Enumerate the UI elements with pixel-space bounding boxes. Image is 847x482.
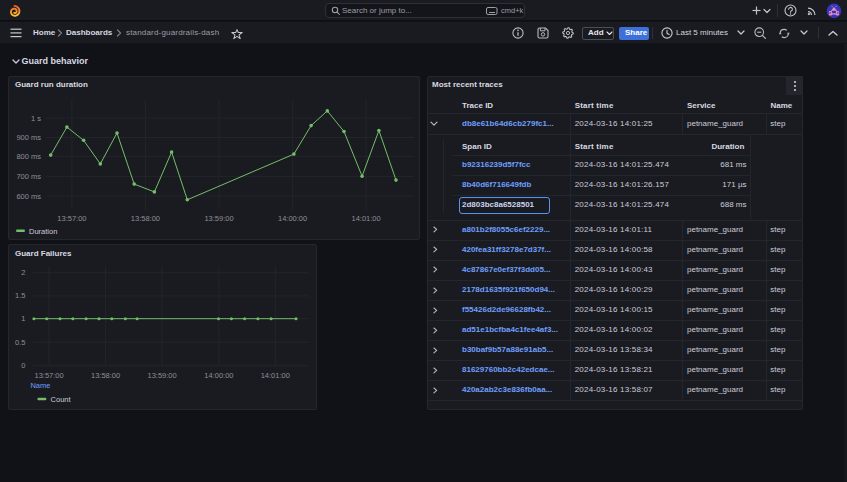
svg-text:13:59:00: 13:59:00	[204, 214, 233, 223]
svg-text:0.5: 0.5	[15, 338, 25, 347]
svg-text:1: 1	[21, 314, 25, 323]
svg-text:1.5: 1.5	[15, 291, 25, 300]
svg-text:1 s: 1 s	[31, 114, 41, 123]
svg-text:13:58:00: 13:58:00	[131, 214, 160, 223]
svg-text:13:58:00: 13:58:00	[91, 371, 120, 380]
svg-text:Name: Name	[30, 381, 50, 390]
svg-text:600 ms: 600 ms	[16, 192, 41, 201]
svg-text:14:00:00: 14:00:00	[278, 214, 307, 223]
svg-text:800 ms: 800 ms	[16, 152, 41, 161]
svg-text:700 ms: 700 ms	[16, 172, 41, 181]
svg-text:13:59:00: 13:59:00	[147, 371, 176, 380]
svg-text:14:00:00: 14:00:00	[204, 371, 233, 380]
svg-text:900 ms: 900 ms	[16, 133, 41, 142]
svg-text:14:01:00: 14:01:00	[351, 214, 380, 223]
svg-text:2: 2	[21, 268, 25, 277]
svg-text:14:01:00: 14:01:00	[261, 371, 290, 380]
svg-text:Duration: Duration	[29, 227, 57, 236]
svg-text:Count: Count	[51, 395, 72, 404]
svg-text:0: 0	[21, 361, 25, 370]
svg-text:13:57:00: 13:57:00	[34, 371, 63, 380]
svg-text:13:57:00: 13:57:00	[57, 214, 86, 223]
